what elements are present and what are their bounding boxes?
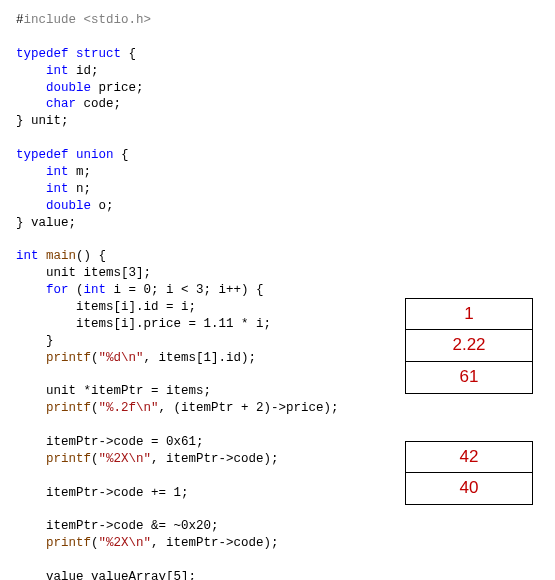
tok: printf [46, 351, 91, 365]
output-value: 42 [405, 441, 533, 473]
output-value: 61 [405, 362, 533, 394]
tok [39, 249, 47, 263]
tok: id; [69, 64, 99, 78]
tok [16, 199, 46, 213]
tok: { [121, 47, 136, 61]
tok: "%.2f\n" [99, 401, 159, 415]
tok: # [16, 13, 24, 27]
tok: typedef [16, 148, 69, 162]
output-group-2: 42 40 [405, 441, 533, 505]
tok: items[i].id = i; [16, 300, 196, 314]
tok: int [46, 165, 69, 179]
tok: typedef [16, 47, 69, 61]
tok: "%2X\n" [99, 452, 152, 466]
tok: <stdio.h> [84, 13, 152, 27]
tok: price; [91, 81, 144, 95]
tok: char [46, 97, 76, 111]
tok: itemPtr->code &= ~0x20; [16, 519, 219, 533]
tok: "%2X\n" [99, 536, 152, 550]
tok: int [46, 182, 69, 196]
tok [16, 401, 46, 415]
tok: o; [91, 199, 114, 213]
tok [69, 47, 77, 61]
tok [16, 536, 46, 550]
output-value: 1 [405, 298, 533, 330]
tok: } [16, 334, 54, 348]
tok: items[i].price = 1.11 * i; [16, 317, 271, 331]
tok: include [24, 13, 84, 27]
tok: int [16, 249, 39, 263]
tok [16, 452, 46, 466]
tok: unit items[3]; [16, 266, 151, 280]
tok: , (itemPtr + 2)->price); [159, 401, 339, 415]
tok: n; [69, 182, 92, 196]
tok: i = 0; i < 3; i++) { [106, 283, 264, 297]
tok [16, 81, 46, 95]
tok: itemPtr->code = 0x61; [16, 435, 204, 449]
tok: m; [69, 165, 92, 179]
output-value: 40 [405, 473, 533, 505]
tok: ( [91, 536, 99, 550]
tok: int [46, 64, 69, 78]
tok [16, 97, 46, 111]
tok [16, 283, 46, 297]
tok: , items[1].id); [144, 351, 257, 365]
tok: union [76, 148, 114, 162]
output-value: 2.22 [405, 330, 533, 362]
tok: { [114, 148, 129, 162]
tok: unit *itemPtr = items; [16, 384, 211, 398]
tok: } unit; [16, 114, 69, 128]
tok: } value; [16, 216, 76, 230]
tok [16, 351, 46, 365]
tok: ( [69, 283, 84, 297]
tok: printf [46, 536, 91, 550]
tok [16, 165, 46, 179]
tok: int [84, 283, 107, 297]
tok: ( [91, 452, 99, 466]
tok: "%d\n" [99, 351, 144, 365]
tok: itemPtr->code += 1; [16, 486, 189, 500]
tok: ( [91, 351, 99, 365]
tok: printf [46, 401, 91, 415]
tok: , itemPtr->code); [151, 536, 279, 550]
tok: for [46, 283, 69, 297]
tok: () { [76, 249, 106, 263]
tok [69, 148, 77, 162]
tok [16, 64, 46, 78]
tok: double [46, 81, 91, 95]
tok: , itemPtr->code); [151, 452, 279, 466]
tok: double [46, 199, 91, 213]
tok: value valueArray[5]; [16, 570, 196, 580]
tok [16, 182, 46, 196]
tok: struct [76, 47, 121, 61]
tok: main [46, 249, 76, 263]
tok: code; [76, 97, 121, 111]
output-group-1: 1 2.22 61 [405, 298, 533, 394]
tok: ( [91, 401, 99, 415]
tok: printf [46, 452, 91, 466]
